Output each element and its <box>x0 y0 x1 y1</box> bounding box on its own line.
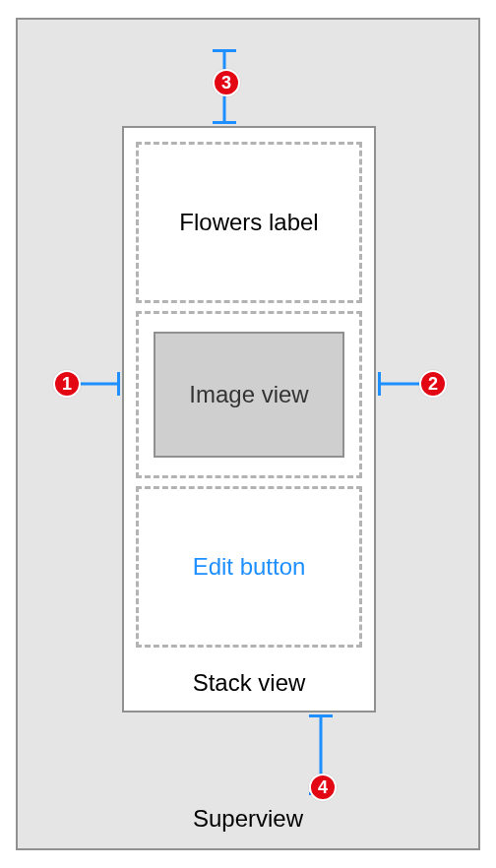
image-view-text: Image view <box>189 381 308 408</box>
diagram-canvas: Superview Flowers label Image view Edit … <box>0 0 496 868</box>
badge-4: 4 <box>309 774 337 801</box>
stack-view-container: Flowers label Image view Edit button Sta… <box>122 126 376 713</box>
stack-view-label: Stack view <box>124 669 374 697</box>
flowers-label-text: Flowers label <box>179 209 318 236</box>
superview-label: Superview <box>18 805 478 833</box>
edit-button-text: Edit button <box>193 553 306 581</box>
image-view-placeholder: Image view <box>154 332 344 458</box>
badge-2: 2 <box>419 370 447 398</box>
badge-1: 1 <box>53 370 81 398</box>
stack-cell-flowers-label: Flowers label <box>136 142 362 303</box>
superview-container: Superview Flowers label Image view Edit … <box>16 18 480 850</box>
stack-cell-edit-button: Edit button <box>136 486 362 648</box>
badge-3: 3 <box>213 69 240 96</box>
stack-cell-image-view: Image view <box>136 311 362 478</box>
